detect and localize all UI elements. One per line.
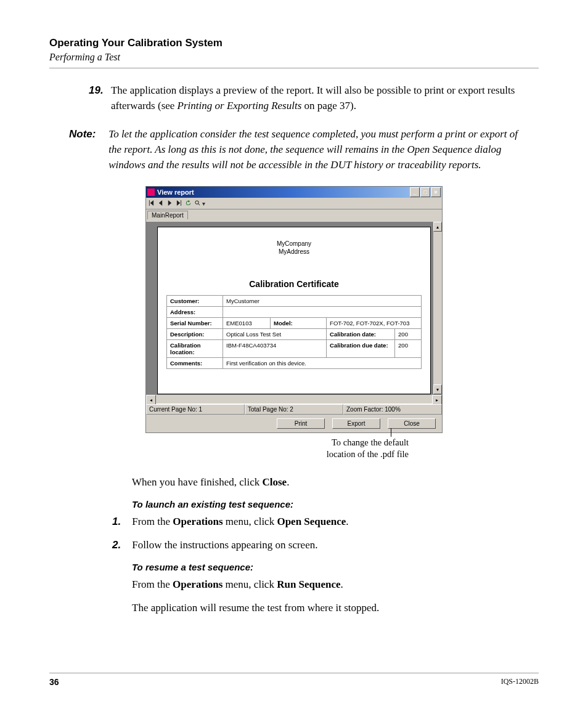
- prev-page-icon[interactable]: [158, 200, 163, 207]
- button-row: Print Export Close: [146, 415, 442, 432]
- scroll-down-icon[interactable]: ▾: [433, 384, 442, 394]
- last-page-icon[interactable]: [176, 200, 182, 207]
- scroll-right-icon[interactable]: ▸: [432, 395, 442, 405]
- vertical-scrollbar[interactable]: ▴ ▾: [433, 222, 442, 394]
- minimize-button[interactable]: _: [410, 187, 420, 197]
- page-number: 36: [49, 677, 59, 687]
- maximize-button[interactable]: □: [420, 187, 430, 197]
- step-number: 19.: [89, 83, 108, 99]
- export-callout: To change the default location of the .p…: [146, 437, 442, 460]
- titlebar: View report _ □ ×: [146, 187, 442, 198]
- toolbar: ▾: [146, 198, 442, 209]
- status-current-page: Current Page No: 1: [146, 404, 245, 415]
- step-text: The application displays a preview of th…: [111, 84, 515, 112]
- note-label: Note:: [69, 127, 106, 142]
- tab-mainreport[interactable]: MainReport: [147, 211, 188, 219]
- report-window: View report _ □ × ▾ MainReport MyCompany: [145, 186, 443, 433]
- tab-row: MainReport: [146, 209, 442, 222]
- launch-step-1: 1. From the Operations menu, click Open …: [132, 514, 539, 530]
- launch-step-2: 2. Follow the instructions appearing on …: [132, 538, 539, 553]
- doc-id: IQS-12002B: [501, 677, 539, 687]
- section-title: Performing a Test: [49, 52, 539, 63]
- step-19: 19. The application displays a preview o…: [111, 83, 539, 113]
- info-table: Customer:MyCustomer Address: Serial Numb…: [166, 295, 422, 369]
- zoom-icon[interactable]: ▾: [195, 200, 205, 207]
- note-block: Note: To let the application consider th…: [71, 127, 539, 172]
- page-footer: 36 IQS-12002B: [49, 673, 539, 687]
- status-zoom: Zoom Factor: 100%: [343, 404, 442, 415]
- close-window-button[interactable]: ×: [431, 187, 441, 197]
- report-viewport: MyCompany MyAddress Calibration Certific…: [146, 222, 442, 394]
- window-title: View report: [157, 189, 194, 196]
- report-page: MyCompany MyAddress Calibration Certific…: [157, 227, 431, 394]
- scroll-up-icon[interactable]: ▴: [433, 222, 442, 232]
- scroll-left-icon[interactable]: ◂: [146, 395, 156, 405]
- callout-leader-line: [391, 428, 391, 437]
- horizontal-scrollbar[interactable]: ◂ ▸: [146, 394, 442, 404]
- refresh-icon[interactable]: [186, 200, 191, 207]
- status-total-page: Total Page No: 2: [245, 404, 343, 415]
- header-rule: [49, 68, 539, 68]
- next-page-icon[interactable]: [167, 200, 173, 207]
- export-button[interactable]: Export: [332, 418, 380, 429]
- resume-heading: To resume a test sequence:: [132, 562, 539, 572]
- note-text: To let the application consider the test…: [108, 127, 528, 172]
- status-bar: Current Page No: 1 Total Page No: 2 Zoom…: [146, 404, 442, 415]
- launch-heading: To launch an existing test sequence:: [132, 499, 539, 509]
- chapter-title: Operating Your Calibration System: [49, 37, 539, 49]
- close-instruction: When you have finished, click Close.: [132, 475, 539, 490]
- print-button[interactable]: Print: [277, 418, 325, 429]
- close-button[interactable]: Close: [388, 418, 436, 429]
- first-page-icon[interactable]: [149, 200, 154, 207]
- resume-line-2: The application will resume the test fro…: [132, 601, 539, 616]
- app-icon: [147, 189, 155, 196]
- page: Operating Your Calibration System Perfor…: [0, 0, 588, 714]
- resume-line-1: From the Operations menu, click Run Sequ…: [132, 577, 539, 593]
- company-block: MyCompany MyAddress: [166, 240, 422, 256]
- certificate-title: Calibration Certificate: [166, 279, 422, 289]
